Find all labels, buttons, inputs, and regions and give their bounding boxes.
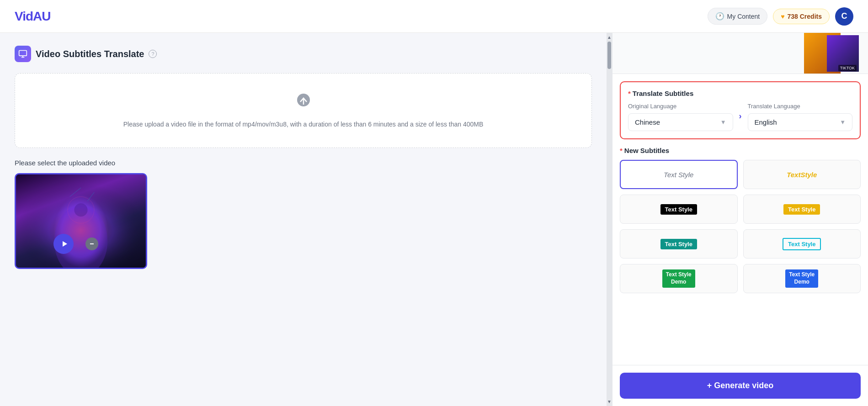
language-row: Original Language Chinese ▼ › Translate …	[628, 103, 852, 131]
subtitle-style-grid: Text Style TextStyle Text Style Text Sty…	[620, 160, 861, 293]
clock-icon: 🕐	[715, 12, 724, 21]
original-language-select[interactable]: Chinese ▼	[628, 113, 733, 131]
upload-area[interactable]: Please upload a video file in the format…	[15, 73, 592, 148]
app-logo: VidAU	[15, 9, 51, 24]
style-preview-teal-bg: Text Style	[660, 239, 697, 249]
minus-button[interactable]	[85, 237, 98, 250]
lang-arrow-icon: ›	[733, 111, 748, 123]
svg-rect-0	[19, 51, 27, 56]
my-content-label: My Content	[727, 13, 760, 20]
heart-icon: ♥	[781, 13, 784, 20]
translate-lang-chevron-down-icon: ▼	[840, 119, 846, 126]
style-card-blue-bg[interactable]: Text StyleDemo	[743, 264, 861, 293]
main-layout: Video Subtitles Translate ? Please uploa…	[0, 33, 868, 406]
preview-area: TIKTOK	[612, 33, 868, 74]
scroll-up-arrow[interactable]: ▲	[607, 33, 612, 42]
credits-label: 738 Credits	[788, 13, 822, 20]
style-preview-plain: Text Style	[664, 171, 693, 179]
preview-watermark: TIKTOK	[838, 65, 857, 71]
new-subtitles-section: * New Subtitles Text Style TextStyle Tex…	[612, 147, 868, 301]
new-subtitles-title: * New Subtitles	[620, 147, 861, 154]
style-preview-yellow-bg: Text Style	[783, 204, 820, 215]
original-lang-value: Chinese	[635, 118, 660, 126]
style-preview-yellow: TextStyle	[787, 171, 817, 179]
translate-subtitles-section: * Translate Subtitles Original Language …	[620, 81, 861, 139]
scroll-track	[607, 42, 611, 397]
my-content-button[interactable]: 🕐 My Content	[708, 8, 768, 25]
scroll-thumb[interactable]	[607, 42, 611, 69]
translate-section-title: * Translate Subtitles	[628, 90, 852, 97]
user-avatar[interactable]: C	[835, 7, 853, 26]
page-title-row: Video Subtitles Translate ?	[15, 46, 592, 62]
style-card-green-bg[interactable]: Text StyleDemo	[620, 264, 738, 293]
credits-button[interactable]: ♥ 738 Credits	[773, 9, 830, 24]
style-preview-black-bg: Text Style	[660, 204, 697, 215]
header-actions: 🕐 My Content ♥ 738 Credits C	[708, 7, 853, 26]
right-panel: TIKTOK * Translate Subtitles Original La…	[612, 33, 868, 406]
new-subtitles-required-star: *	[620, 147, 623, 154]
translate-language-col: Translate Language English ▼	[748, 103, 853, 131]
style-card-plain[interactable]: Text Style	[620, 160, 738, 189]
upload-description: Please upload a video file in the format…	[24, 120, 582, 129]
center-scrollbar[interactable]: ▲ ▼	[607, 33, 612, 406]
video-art	[16, 174, 146, 268]
page-title: Video Subtitles Translate	[36, 49, 144, 59]
style-card-cyan-outline[interactable]: Text Style	[743, 229, 861, 258]
play-button[interactable]	[53, 234, 74, 254]
upload-icon	[24, 92, 582, 114]
style-card-yellow-bg[interactable]: Text Style	[743, 195, 861, 224]
scroll-down-arrow[interactable]: ▼	[607, 397, 612, 406]
generate-section: + Generate video	[612, 365, 868, 406]
svg-point-8	[74, 203, 87, 216]
svg-marker-9	[63, 241, 67, 247]
left-panel: Video Subtitles Translate ? Please uploa…	[0, 33, 607, 406]
style-card-teal-bg[interactable]: Text Style	[620, 229, 738, 258]
style-card-black-bg[interactable]: Text Style	[620, 195, 738, 224]
help-icon[interactable]: ?	[149, 50, 157, 58]
generate-video-button[interactable]: + Generate video	[620, 373, 861, 399]
style-preview-blue-bg: Text StyleDemo	[785, 269, 818, 287]
translate-lang-value: English	[755, 118, 777, 126]
translate-language-select[interactable]: English ▼	[748, 113, 853, 131]
original-lang-label: Original Language	[628, 103, 733, 110]
style-card-yellow-italic[interactable]: TextStyle	[743, 160, 861, 189]
generate-button-label: + Generate video	[707, 381, 774, 390]
style-preview-cyan-outline: Text Style	[783, 238, 821, 250]
translate-lang-label: Translate Language	[748, 103, 853, 110]
video-thumbnail[interactable]	[15, 173, 147, 269]
required-star: *	[628, 90, 631, 97]
select-video-label: Please select the uploaded video	[15, 159, 592, 167]
style-preview-green-bg: Text StyleDemo	[662, 269, 695, 287]
original-lang-chevron-down-icon: ▼	[720, 119, 726, 126]
page-icon	[15, 46, 31, 62]
app-header: VidAU 🕐 My Content ♥ 738 Credits C	[0, 0, 868, 33]
original-language-col: Original Language Chinese ▼	[628, 103, 733, 131]
